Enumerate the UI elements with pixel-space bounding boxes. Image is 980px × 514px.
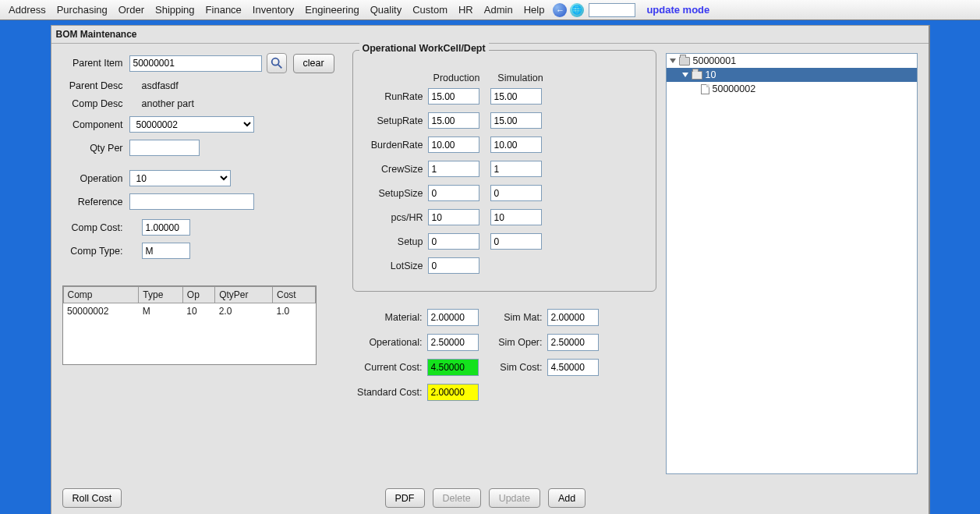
menu-address[interactable]: Address (3, 1, 51, 19)
menu-help[interactable]: Help (518, 1, 550, 19)
burdenrate-sim[interactable] (490, 136, 542, 153)
cell-op: 10 (182, 303, 214, 320)
reference-label: Reference (62, 197, 123, 207)
delete-button[interactable]: Delete (433, 488, 481, 508)
crewsize-prod[interactable] (428, 161, 479, 177)
magnifier-icon (270, 56, 284, 70)
mode-label: update mode (646, 4, 709, 16)
sim-cost-value[interactable] (547, 359, 599, 376)
add-button[interactable]: Add (548, 488, 586, 508)
qty-per-input[interactable] (129, 140, 200, 156)
clear-button[interactable]: clear (293, 54, 334, 73)
menu-shipping[interactable]: Shipping (150, 1, 200, 19)
operation-label: Operation (62, 173, 123, 184)
folder-open-icon (692, 71, 702, 80)
burdenrate-prod[interactable] (428, 136, 479, 153)
col-simulation: Simulation (492, 73, 550, 83)
pcshr-label: pcs/HR (363, 212, 423, 223)
globe-icon[interactable]: 🌐 (570, 3, 584, 17)
setup-label: Setup (363, 236, 423, 247)
parent-desc-label: Parent Desc (62, 80, 123, 91)
menubar-search-input[interactable] (589, 3, 635, 17)
setupsize-sim[interactable] (490, 185, 542, 201)
col-production: Production (428, 73, 486, 83)
bom-maintenance-panel: BOM Maintenance Parent Item clear Parent… (51, 25, 930, 514)
runrate-label: RunRate (363, 91, 423, 102)
roll-cost-button[interactable]: Roll Cost (62, 488, 122, 508)
parent-item-label: Parent Item (62, 58, 123, 69)
cell-comp: 50000002 (63, 303, 139, 320)
setupsize-label: SetupSize (363, 188, 423, 199)
comp-desc-label: Comp Desc (62, 98, 123, 109)
lotsize-label: LotSize (363, 261, 423, 271)
comp-desc-value: another part (140, 98, 194, 109)
tree-root-label: 50000001 (693, 55, 737, 66)
component-table: Comp Type Op QtyPer Cost 50000002 M 10 (62, 285, 317, 365)
sim-oper-label: Sim Oper: (493, 337, 543, 348)
menu-finance[interactable]: Finance (200, 1, 247, 19)
menu-custom[interactable]: Custom (407, 1, 453, 19)
lookup-button[interactable] (267, 53, 287, 73)
tree-component[interactable]: 50000002 (667, 82, 917, 96)
tree-root[interactable]: 50000001 (667, 54, 917, 68)
parent-desc-value: asdfasdf (140, 80, 179, 91)
pcshr-prod[interactable] (428, 209, 479, 225)
menu-inventory[interactable]: Inventory (247, 1, 299, 19)
setup-prod[interactable] (428, 233, 479, 250)
setup-sim[interactable] (490, 233, 542, 250)
runrate-sim[interactable] (490, 88, 542, 105)
crewsize-sim[interactable] (490, 161, 542, 177)
menu-admin[interactable]: Admin (479, 1, 518, 19)
sim-mat-label: Sim Mat: (493, 312, 543, 323)
parent-item-input[interactable] (129, 55, 262, 72)
lotsize-prod[interactable] (428, 257, 479, 274)
standard-cost-label: Standard Cost: (352, 387, 423, 398)
back-icon[interactable]: ← (553, 3, 567, 17)
pcshr-sim[interactable] (490, 209, 542, 225)
svg-line-1 (278, 65, 281, 69)
expand-icon (670, 58, 676, 63)
menu-order[interactable]: Order (113, 1, 150, 19)
crewsize-label: CrewSize (363, 164, 423, 175)
menu-purchasing[interactable]: Purchasing (51, 1, 113, 19)
standard-cost-value[interactable] (427, 384, 479, 401)
operation-select[interactable]: 10 (129, 170, 231, 186)
sim-mat-value[interactable] (547, 309, 599, 326)
tree-component-label: 50000002 (713, 83, 756, 94)
pdf-button[interactable]: PDF (385, 488, 425, 508)
workcell-fieldset: Operational WorkCell/Dept Production Sim… (352, 50, 656, 292)
sim-oper-value[interactable] (547, 334, 599, 351)
operational-value[interactable] (427, 334, 479, 351)
menubar: Address Purchasing Order Shipping Financ… (0, 0, 980, 20)
comp-type-label: Comp Type: (62, 246, 123, 257)
setuprate-prod[interactable] (428, 112, 479, 129)
setuprate-label: SetupRate (363, 115, 423, 126)
material-value[interactable] (427, 309, 479, 326)
svg-point-0 (271, 58, 278, 66)
setupsize-prod[interactable] (428, 185, 479, 201)
table-row[interactable]: 50000002 M 10 2.0 1.0 (63, 303, 315, 320)
th-qtyper: QtyPer (215, 287, 273, 303)
operational-label: Operational: (352, 337, 423, 348)
update-button[interactable]: Update (489, 488, 540, 508)
document-icon (701, 84, 709, 94)
th-cost: Cost (272, 287, 315, 303)
tree-operation[interactable]: 10 (667, 68, 917, 82)
menu-engineering[interactable]: Engineering (299, 1, 364, 19)
menu-hr[interactable]: HR (453, 1, 479, 19)
component-select[interactable]: 50000002 (129, 116, 254, 133)
folder-icon (679, 57, 690, 66)
setuprate-sim[interactable] (490, 112, 542, 129)
comp-type-input[interactable] (142, 243, 190, 259)
th-op: Op (182, 287, 214, 303)
sim-cost-label: Sim Cost: (493, 362, 543, 373)
reference-input[interactable] (129, 193, 254, 210)
material-label: Material: (352, 312, 423, 323)
comp-cost-input[interactable] (142, 219, 190, 236)
comp-cost-label: Comp Cost: (62, 222, 123, 233)
menu-quality[interactable]: Quality (365, 1, 407, 19)
runrate-prod[interactable] (428, 88, 479, 105)
cell-cost: 1.0 (272, 303, 315, 320)
qty-per-label: Qty Per (62, 143, 123, 154)
current-cost-value[interactable] (427, 359, 479, 376)
